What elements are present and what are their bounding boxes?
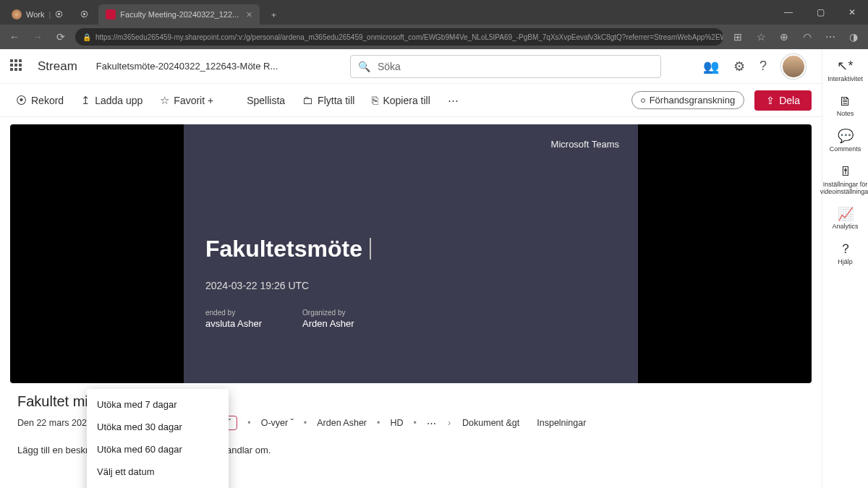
owner-link[interactable]: Arden Asher <box>317 418 367 428</box>
stream-favicon-icon <box>106 9 116 20</box>
record-icon: ⦿ <box>16 94 27 106</box>
favorite-button[interactable]: ☆Favorit + <box>154 91 219 110</box>
moveto-button[interactable]: 🗀Flytta till <box>297 91 360 109</box>
share-button[interactable]: ⇪Dela <box>754 90 812 111</box>
close-tab-icon[interactable]: ✕ <box>246 10 252 20</box>
chevron-right-icon: › <box>448 418 451 428</box>
page-main: Stream Fakultetsmöte-20240322_122643-Möt… <box>0 49 822 488</box>
breadcrumb-recordings[interactable]: Inspelningar <box>537 418 586 428</box>
slide-meta: ended by avsluta Asher Organized by Arde… <box>205 309 616 329</box>
rail-help[interactable]: ？Hjälp <box>825 242 867 266</box>
copyto-button[interactable]: ⎘Kopiera till <box>366 91 435 109</box>
tab-label: Work <box>26 10 44 19</box>
dot-icon <box>641 98 645 103</box>
breadcrumb-more[interactable]: ⋯ <box>427 418 436 429</box>
separator-dot: • <box>304 418 307 428</box>
rail-video-settings[interactable]: 🎚Inställningar för videoinställningar <box>825 165 867 196</box>
tab-label: Faculty Meeting-20240322_122... <box>120 10 239 19</box>
header-right: 👥 ⚙ ? <box>703 54 806 79</box>
url-text: https://m365edu265459-my.sharepoint.com/… <box>95 33 723 41</box>
slide-title: Fakultetsmöte <box>205 236 616 262</box>
remove-expiration[interactable]: Ta bort förfallodatum <box>87 483 229 488</box>
plus-icon: ＋ <box>270 9 278 20</box>
notes-icon: 🗎 <box>839 95 852 109</box>
user-avatar[interactable] <box>781 54 806 79</box>
search-input[interactable]: 🔍 Söka <box>350 55 661 78</box>
forward-icon[interactable]: → <box>29 31 46 43</box>
profile-icon[interactable]: ◠ <box>799 31 816 43</box>
help-icon[interactable]: ? <box>760 59 767 74</box>
copilot-icon: ⦿ <box>80 10 88 19</box>
expiration-menu: Utöka med 7 dagar Utöka med 30 dagar Utö… <box>87 389 229 488</box>
ended-by-value: avsluta Asher <box>205 318 262 329</box>
rail-interactivity[interactable]: ↖*Interaktivitet <box>825 59 867 83</box>
avatar-icon <box>12 9 22 20</box>
slide-datetime: 2024-03-22 19:26 UTC <box>205 280 616 291</box>
label: Hjälp <box>838 259 853 266</box>
video-player[interactable]: Microsoft Teams Fakultetsmöte 2024-03-22… <box>10 124 812 383</box>
menu-icon[interactable]: ⋯ <box>822 31 839 43</box>
window-minimize[interactable]: — <box>773 0 804 25</box>
label: Interaktivitet <box>827 76 863 83</box>
cursor-click-icon: ↖* <box>837 59 853 74</box>
video-date: Den 22 mars 2024 <box>17 418 92 428</box>
star-icon: ☆ <box>160 94 169 107</box>
address-field[interactable]: 🔒 https://m365edu265459-my.sharepoint.co… <box>75 28 723 46</box>
share-icon: ⇪ <box>766 95 775 106</box>
upload-icon: ↥ <box>81 94 90 107</box>
label: Dela <box>779 95 800 106</box>
rail-analytics[interactable]: 📈Analytics <box>825 207 867 231</box>
separator-dot: • <box>247 418 250 428</box>
people-icon[interactable]: 👥 <box>703 59 719 74</box>
gear-icon[interactable]: ⚙ <box>733 59 745 74</box>
rail-notes[interactable]: 🗎Notes <box>825 95 867 119</box>
comment-icon: 💬 <box>838 129 854 144</box>
extend-60-days[interactable]: Utöka med 60 dagar <box>87 438 229 461</box>
label: Ladda upp <box>95 95 142 106</box>
label: Kopiera till <box>383 95 430 106</box>
preview-button[interactable]: Förhandsgranskning <box>631 91 745 109</box>
playlist-button[interactable]: Spellista <box>241 92 291 109</box>
folder-move-icon: 🗀 <box>302 94 313 106</box>
window-close[interactable]: ✕ <box>836 0 868 25</box>
browser-tab-work[interactable]: Work | ⦿ <box>4 4 70 25</box>
browser-address-bar: ← → ⟳ 🔒 https://m365edu265459-my.sharepo… <box>0 25 868 49</box>
copilot-side-icon[interactable]: ◑ <box>845 31 862 43</box>
extend-30-days[interactable]: Utöka med 30 dagar <box>87 416 229 438</box>
more-button[interactable]: ⋯ <box>442 91 464 110</box>
ended-by-label: ended by <box>205 309 262 317</box>
record-button[interactable]: ⦿Rekord <box>10 91 69 109</box>
label: Inställningar för videoinställningar <box>820 181 868 196</box>
search-icon: 🔍 <box>358 61 370 72</box>
app-launcher-icon[interactable] <box>10 59 25 74</box>
video-slide: Microsoft Teams Fakultetsmöte 2024-03-22… <box>184 124 638 383</box>
favorites-icon[interactable]: ☆ <box>752 31 770 43</box>
label: Förhandsgranskning <box>650 95 736 106</box>
doc-title[interactable]: Fakultetsmöte-20240322_122643-Möte R... <box>96 61 278 72</box>
browser-tab-active[interactable]: Faculty Meeting-20240322_122... ✕ <box>98 4 260 25</box>
page-root: Stream Fakultetsmöte-20240322_122643-Möt… <box>0 49 868 488</box>
new-tab-button[interactable]: ＋ <box>263 4 285 25</box>
upload-button[interactable]: ↥Ladda upp <box>75 91 148 110</box>
browser-tab-copilot[interactable]: ⦿ <box>73 4 95 25</box>
rail-comments[interactable]: 💬Comments <box>825 129 867 153</box>
command-bar: ⦿Rekord ↥Ladda upp ☆Favorit + Spellista … <box>0 84 822 117</box>
pick-date[interactable]: Välj ett datum <box>87 461 229 483</box>
breadcrumb-documents[interactable]: Dokument &gt <box>462 418 519 428</box>
window-controls: — ▢ ✕ <box>773 0 868 25</box>
window-maximize[interactable]: ▢ <box>804 0 836 25</box>
search-placeholder: Söka <box>378 61 401 72</box>
tab-divider: | <box>48 10 51 19</box>
app-name[interactable]: Stream <box>38 59 77 74</box>
extensions-icon[interactable]: ⊞ <box>729 31 746 43</box>
collections-icon[interactable]: ⊕ <box>775 31 793 43</box>
label: Analytics <box>832 223 858 231</box>
label: Rekord <box>31 95 64 106</box>
chevron-down-icon: ˇ <box>291 418 294 428</box>
refresh-icon[interactable]: ⟳ <box>52 31 69 43</box>
quality-label: HD <box>390 418 403 428</box>
organized-by-value: Arden Asher <box>302 318 354 329</box>
views-count[interactable]: O-vyer ˇ <box>261 418 294 428</box>
back-icon[interactable]: ← <box>6 31 23 43</box>
extend-7-days[interactable]: Utöka med 7 dagar <box>87 393 229 416</box>
